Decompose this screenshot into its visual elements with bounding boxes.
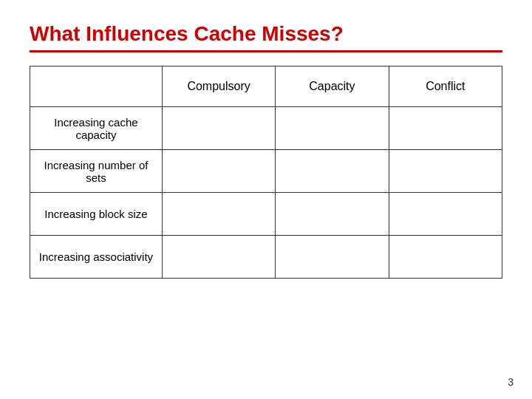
cell-1-capacity xyxy=(276,150,389,193)
page-number: 3 xyxy=(508,376,514,388)
table-header-row: Compulsory Capacity Conflict xyxy=(30,66,502,107)
row-label-0: Increasing cache capacity xyxy=(30,107,163,150)
title-area: What Influences Cache Misses? xyxy=(30,22,502,52)
table-row: Increasing number of sets xyxy=(30,150,502,193)
cell-3-capacity xyxy=(276,236,389,279)
cell-1-conflict xyxy=(389,150,502,193)
header-compulsory: Compulsory xyxy=(162,66,275,107)
table-row: Increasing cache capacity xyxy=(30,107,502,150)
header-conflict: Conflict xyxy=(389,66,502,107)
cell-0-compulsory xyxy=(162,107,275,150)
cell-1-compulsory xyxy=(162,150,275,193)
cell-0-conflict xyxy=(389,107,502,150)
cell-2-conflict xyxy=(389,193,502,236)
cell-0-capacity xyxy=(276,107,389,150)
cell-3-compulsory xyxy=(162,236,275,279)
cell-2-capacity xyxy=(276,193,389,236)
table-container: Compulsory Capacity Conflict Increasing … xyxy=(30,66,502,279)
row-label-2: Increasing block size xyxy=(30,193,163,236)
slide: What Influences Cache Misses? Compulsory… xyxy=(0,0,532,399)
cell-3-conflict xyxy=(389,236,502,279)
header-capacity: Capacity xyxy=(276,66,389,107)
title-divider xyxy=(30,50,502,52)
slide-title: What Influences Cache Misses? xyxy=(30,22,502,46)
table-row: Increasing associativity xyxy=(30,236,502,279)
header-col0 xyxy=(30,66,163,107)
row-label-3: Increasing associativity xyxy=(30,236,163,279)
main-table: Compulsory Capacity Conflict Increasing … xyxy=(30,66,502,279)
cell-2-compulsory xyxy=(162,193,275,236)
row-label-1: Increasing number of sets xyxy=(30,150,163,193)
table-row: Increasing block size xyxy=(30,193,502,236)
